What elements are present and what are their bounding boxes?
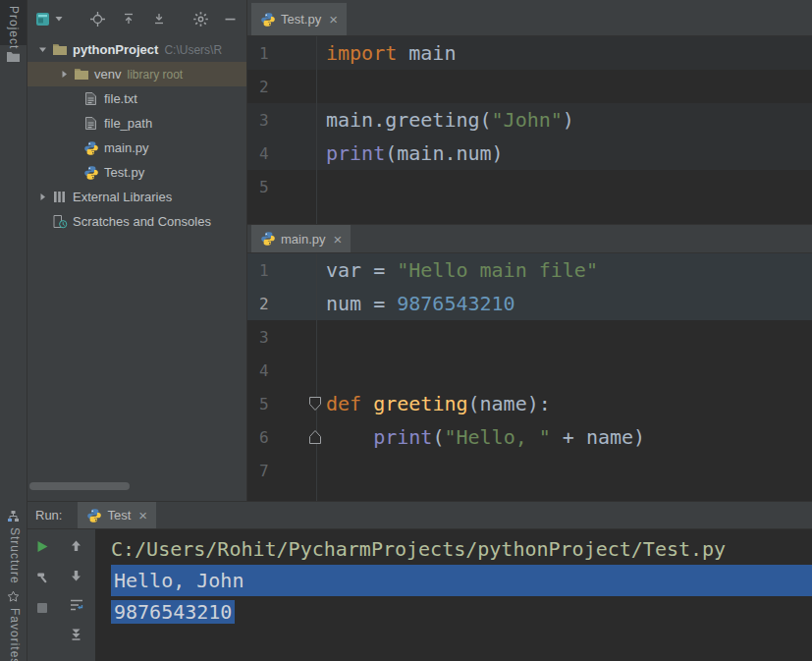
project-view-icon[interactable] bbox=[35, 12, 50, 27]
console-line-1[interactable]: C:/Users/Rohit/PycharmProjects/pythonPro… bbox=[111, 533, 812, 565]
favorites-tool-label: Favorites bbox=[8, 608, 22, 661]
tree-item-test-py[interactable]: Test.py bbox=[27, 160, 246, 185]
line-number: 4 bbox=[247, 144, 316, 163]
code-line-1[interactable]: 1import main bbox=[247, 36, 812, 70]
code-token: (main.num) bbox=[385, 141, 503, 165]
code-token: var = bbox=[326, 258, 397, 282]
code-line-6[interactable]: 6 print("Hello, " + name) bbox=[247, 420, 812, 454]
chevron-right-icon[interactable] bbox=[55, 69, 73, 80]
folder-icon bbox=[73, 68, 89, 81]
tree-item-hint: C:\Users\R bbox=[164, 43, 222, 57]
code-token: print bbox=[326, 141, 385, 165]
folder-icon bbox=[51, 43, 68, 56]
project-tree: pythonProjectC:\Users\Rvenvlibrary rootf… bbox=[27, 37, 246, 234]
code-token: (name): bbox=[468, 392, 551, 415]
rerun-icon[interactable] bbox=[35, 539, 49, 554]
code-line-3[interactable]: 3main.greeting("John") bbox=[247, 103, 812, 137]
horizontal-scrollbar-thumb[interactable] bbox=[29, 482, 130, 490]
tree-item-file-txt[interactable]: file.txt bbox=[27, 86, 246, 111]
structure-icon[interactable] bbox=[7, 510, 20, 523]
code-line-4[interactable]: 4 bbox=[247, 354, 812, 387]
tool-button-project[interactable]: Project bbox=[0, 0, 27, 45]
soft-wrap-icon[interactable] bbox=[69, 598, 84, 612]
tree-item-main-py[interactable]: main.py bbox=[27, 136, 246, 160]
run-body: C:/Users/Rohit/PycharmProjects/pythonPro… bbox=[27, 529, 812, 661]
code-token: + name) bbox=[551, 425, 645, 449]
code-token: greeting bbox=[373, 392, 467, 415]
tab-test-py[interactable]: Test.py × bbox=[251, 3, 347, 35]
tab-run-test[interactable]: Test × bbox=[78, 502, 156, 528]
chevron-right-icon[interactable] bbox=[33, 192, 51, 202]
code-text: print("Hello, " + name) bbox=[316, 425, 645, 449]
line-number: 3 bbox=[247, 111, 316, 130]
locate-file-icon[interactable] bbox=[89, 11, 106, 28]
tree-item-file-path[interactable]: file_path bbox=[27, 111, 246, 136]
project-folder-icon[interactable] bbox=[6, 51, 21, 63]
python-icon bbox=[82, 140, 99, 156]
settings-gear-icon[interactable] bbox=[192, 11, 209, 28]
scratches-icon bbox=[51, 214, 68, 229]
python-icon bbox=[260, 12, 276, 28]
code-token: ( bbox=[432, 425, 444, 449]
run-toolbar bbox=[27, 529, 57, 661]
tree-item-label: file.txt bbox=[104, 91, 137, 106]
code-line-5[interactable]: 5 bbox=[247, 170, 812, 203]
collapse-all-icon[interactable] bbox=[122, 12, 135, 26]
hide-panel-icon[interactable] bbox=[224, 13, 237, 26]
line-number: 4 bbox=[247, 361, 316, 380]
editor-body-main[interactable]: 1var = "Hello main file"2num = 987654321… bbox=[247, 253, 812, 501]
code-line-4[interactable]: 4print(main.num) bbox=[247, 137, 812, 170]
console-line-2[interactable]: Hello, John bbox=[111, 565, 812, 596]
code-token: num = bbox=[326, 292, 397, 315]
tree-item-venv[interactable]: venvlibrary root bbox=[27, 62, 246, 86]
close-icon[interactable]: × bbox=[329, 11, 338, 28]
console-line-3[interactable]: 9876543210 bbox=[111, 596, 812, 628]
code-line-2[interactable]: 2num = 9876543210 bbox=[247, 287, 812, 320]
structure-tool-label: Structure bbox=[8, 527, 22, 584]
chevron-down-icon[interactable] bbox=[54, 14, 64, 24]
tree-item-scratches-and-consoles[interactable]: Scratches and Consoles bbox=[27, 209, 246, 234]
code-line-2[interactable]: 2 bbox=[247, 70, 812, 103]
build-hammer-icon[interactable] bbox=[35, 571, 50, 585]
fold-start-icon[interactable] bbox=[307, 395, 323, 413]
editor-test-py: Test.py × 1import main23main.greeting("J… bbox=[247, 0, 812, 224]
run-label: Run: bbox=[35, 508, 62, 523]
tab-main-py[interactable]: main.py × bbox=[251, 225, 351, 252]
down-stack-icon[interactable] bbox=[70, 569, 82, 582]
editor-body-test[interactable]: 1import main23main.greeting("John")4prin… bbox=[247, 36, 812, 224]
line-number: 2 bbox=[247, 295, 316, 313]
text-file-icon bbox=[82, 91, 99, 106]
tree-item-label: venv bbox=[94, 67, 121, 82]
tree-item-pythonproject[interactable]: pythonProjectC:\Users\R bbox=[27, 37, 246, 62]
code-token: def bbox=[326, 392, 373, 415]
chevron-down-icon[interactable] bbox=[33, 44, 51, 55]
code-line-7[interactable]: 7 bbox=[247, 454, 812, 487]
expand-all-icon[interactable] bbox=[152, 12, 166, 26]
libraries-icon bbox=[51, 190, 68, 204]
line-number: 7 bbox=[247, 462, 316, 480]
code-line-3[interactable]: 3 bbox=[247, 320, 812, 354]
scroll-to-end-icon[interactable] bbox=[70, 628, 82, 641]
up-stack-icon[interactable] bbox=[70, 539, 82, 553]
favorites-icon[interactable] bbox=[7, 590, 20, 603]
code-text: def greeting(name): bbox=[316, 392, 551, 415]
tool-button-favorites[interactable]: Favorites bbox=[8, 608, 22, 661]
close-icon[interactable]: × bbox=[138, 507, 147, 523]
code-line-1[interactable]: 1var = "Hello main file" bbox=[247, 253, 812, 287]
tool-button-structure[interactable]: Structure bbox=[8, 527, 22, 588]
line-number: 2 bbox=[247, 78, 316, 96]
fold-end-icon[interactable] bbox=[307, 428, 323, 446]
code-token: "Hello main file" bbox=[397, 258, 598, 282]
python-icon bbox=[86, 508, 102, 523]
pycharm-window: Project Structure Favorites pythonProjec… bbox=[0, 0, 812, 661]
code-line-5[interactable]: 5def greeting(name): bbox=[247, 387, 812, 420]
code-token: "John" bbox=[492, 108, 563, 132]
close-icon[interactable]: × bbox=[334, 231, 343, 248]
console-toolbar bbox=[57, 529, 95, 661]
selected-text: 9876543210 bbox=[111, 600, 235, 624]
console-output[interactable]: C:/Users/Rohit/PycharmProjects/pythonPro… bbox=[95, 529, 812, 661]
tree-item-external-libraries[interactable]: External Libraries bbox=[27, 185, 246, 209]
tree-item-label: Scratches and Consoles bbox=[73, 214, 211, 229]
tree-item-label: Test.py bbox=[104, 165, 144, 180]
stop-icon[interactable] bbox=[36, 602, 48, 614]
